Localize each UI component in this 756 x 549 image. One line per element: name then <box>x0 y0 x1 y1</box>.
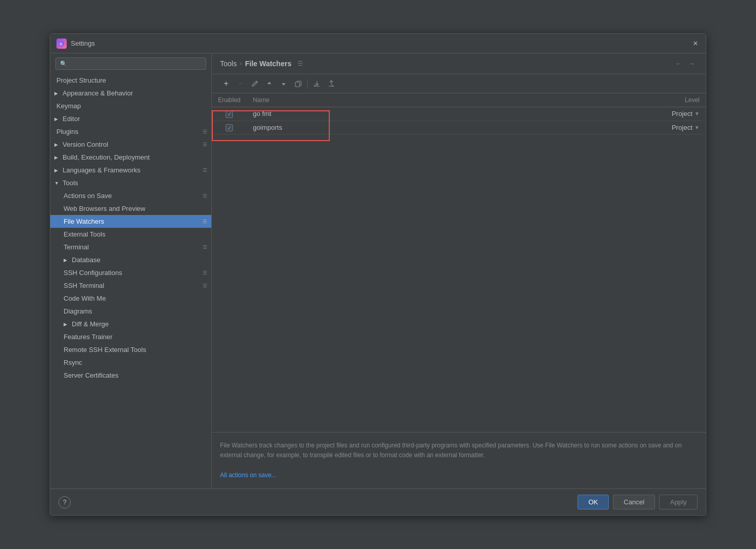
sidebar-item-diff-merge[interactable]: ▶ Diff & Merge <box>50 318 211 330</box>
fw-badge: ☰ <box>203 219 207 224</box>
breadcrumb-parent: Tools <box>220 60 237 68</box>
sidebar-item-code-with-me[interactable]: Code With Me <box>50 292 211 305</box>
sidebar-item-languages-frameworks[interactable]: ▶ Languages & Frameworks ☰ <box>50 164 211 177</box>
sidebar-item-ssh-configurations[interactable]: SSH Configurations ☰ <box>50 266 211 279</box>
info-description: File Watchers track changes to the proje… <box>220 441 698 460</box>
sidebar-item-file-watchers[interactable]: File Watchers ☰ <box>50 215 211 228</box>
enabled-cell-goimports[interactable] <box>212 121 247 134</box>
edit-button[interactable] <box>249 77 261 90</box>
import-button[interactable] <box>311 77 323 90</box>
chevron-right-icon: ▶ <box>54 142 59 147</box>
enabled-cell-gofmt[interactable] <box>212 107 247 121</box>
dialog-body: 🔍 Project Structure ▶ Appearance & Behav… <box>50 53 706 488</box>
svg-rect-1 <box>295 82 300 87</box>
sidebar-item-web-browsers[interactable]: Web Browsers and Preview <box>50 202 211 215</box>
term-badge: ☰ <box>203 244 207 250</box>
col-header-name: Name <box>247 93 644 107</box>
export-button[interactable] <box>325 77 337 90</box>
sidebar-item-remote-ssh-external-tools[interactable]: Remote SSH External Tools <box>50 343 211 356</box>
search-input[interactable] <box>70 60 202 67</box>
bottom-bar: ? OK Cancel Apply <box>50 488 706 515</box>
forward-button[interactable]: → <box>686 58 698 69</box>
breadcrumb-separator: › <box>240 60 242 67</box>
table-row[interactable]: go fmt Project ▼ <box>212 107 706 121</box>
ok-button[interactable]: OK <box>578 495 609 509</box>
chevron-right-icon: ▶ <box>54 155 59 160</box>
breadcrumb-icon: ☰ <box>297 60 303 67</box>
table-body: go fmt Project ▼ <box>212 107 706 134</box>
search-icon: 🔍 <box>60 61 67 67</box>
sidebar-item-diagrams[interactable]: Diagrams <box>50 305 211 318</box>
plugins-badge: ☰ <box>203 129 207 134</box>
add-button[interactable]: + <box>220 77 232 90</box>
level-dropdown-arrow[interactable]: ▼ <box>694 111 700 116</box>
svg-text:G: G <box>60 42 63 46</box>
breadcrumb-bar: Tools › File Watchers ☰ ← → <box>212 53 706 74</box>
col-header-enabled: Enabled <box>212 93 247 107</box>
sidebar-item-editor[interactable]: ▶ Editor <box>50 112 211 125</box>
info-area: File Watchers track changes to the proje… <box>212 432 706 488</box>
chevron-right-icon: ▶ <box>64 322 69 327</box>
sidebar-item-version-control[interactable]: ▶ Version Control ☰ <box>50 138 211 151</box>
table-row[interactable]: goimports Project ▼ <box>212 121 706 134</box>
toolbar-separator <box>307 79 308 88</box>
sidebar-item-tools[interactable]: ▼ Tools <box>50 177 211 189</box>
sidebar-item-keymap[interactable]: Keymap <box>50 100 211 112</box>
main-content: Tools › File Watchers ☰ ← → + − <box>212 53 706 488</box>
actions-badge: ☰ <box>203 193 207 199</box>
sidebar-item-features-trainer[interactable]: Features Trainer <box>50 330 211 343</box>
chevron-right-icon: ▶ <box>54 168 59 173</box>
sidebar-item-terminal[interactable]: Terminal ☰ <box>50 241 211 253</box>
ssh-badge: ☰ <box>203 270 207 276</box>
sidebar-item-external-tools[interactable]: External Tools <box>50 228 211 241</box>
level-dropdown-arrow-2[interactable]: ▼ <box>694 125 700 130</box>
sidebar-item-project-structure[interactable]: Project Structure <box>50 74 211 87</box>
checkbox-goimports[interactable] <box>226 124 233 131</box>
chevron-right-icon: ▶ <box>54 116 59 122</box>
sidebar-item-appearance-behavior[interactable]: ▶ Appearance & Behavior <box>50 87 211 100</box>
sidebar-item-actions-on-save[interactable]: Actions on Save ☰ <box>50 189 211 202</box>
nav-arrows: ← → <box>673 58 698 69</box>
vc-badge: ☰ <box>203 142 207 147</box>
sidebar-item-server-certificates[interactable]: Server Certificates <box>50 369 211 382</box>
table-wrapper: Enabled Name Level <box>212 93 706 134</box>
app-icon: G <box>56 38 67 49</box>
bottom-actions: OK Cancel Apply <box>578 495 698 509</box>
ssht-badge: ☰ <box>203 283 207 288</box>
sidebar-item-plugins[interactable]: Plugins ☰ <box>50 125 211 138</box>
back-button[interactable]: ← <box>673 58 684 69</box>
lf-badge: ☰ <box>203 167 207 173</box>
help-button[interactable]: ? <box>58 496 71 508</box>
sidebar: 🔍 Project Structure ▶ Appearance & Behav… <box>50 53 212 488</box>
table-area: Enabled Name Level <box>212 93 706 432</box>
sidebar-item-build-execution[interactable]: ▶ Build, Execution, Deployment <box>50 151 211 164</box>
chevron-right-icon: ▶ <box>54 91 59 96</box>
move-down-button[interactable] <box>277 77 290 90</box>
settings-dialog: G Settings × 🔍 Project Structure ▶ Appea… <box>50 33 706 516</box>
dialog-title: Settings <box>71 40 95 47</box>
breadcrumb-current: File Watchers <box>245 60 292 68</box>
sidebar-item-database[interactable]: ▶ Database <box>50 253 211 266</box>
remove-button[interactable]: − <box>234 77 247 90</box>
chevron-right-icon: ▶ <box>64 258 69 263</box>
all-actions-link[interactable]: All actions on save... <box>220 472 276 479</box>
sidebar-item-rsync[interactable]: Rsync <box>50 356 211 369</box>
title-bar: G Settings × <box>50 34 706 53</box>
name-cell-gofmt: go fmt <box>247 107 644 121</box>
copy-button[interactable] <box>292 77 304 90</box>
search-box[interactable]: 🔍 <box>55 57 206 70</box>
col-header-level: Level <box>644 93 706 107</box>
move-up-button[interactable] <box>263 77 275 90</box>
level-cell-goimports[interactable]: Project ▼ <box>644 121 706 134</box>
checkbox-gofmt[interactable] <box>226 111 233 118</box>
close-button[interactable]: × <box>691 40 700 48</box>
toolbar: + − <box>212 74 706 93</box>
chevron-down-icon: ▼ <box>54 181 59 186</box>
apply-button[interactable]: Apply <box>659 495 698 509</box>
name-cell-goimports: goimports <box>247 121 644 134</box>
sidebar-item-ssh-terminal[interactable]: SSH Terminal ☰ <box>50 279 211 292</box>
watchers-table: Enabled Name Level <box>212 93 706 134</box>
level-cell-gofmt[interactable]: Project ▼ <box>644 107 706 121</box>
title-bar-left: G Settings <box>56 38 95 49</box>
cancel-button[interactable]: Cancel <box>613 495 655 509</box>
